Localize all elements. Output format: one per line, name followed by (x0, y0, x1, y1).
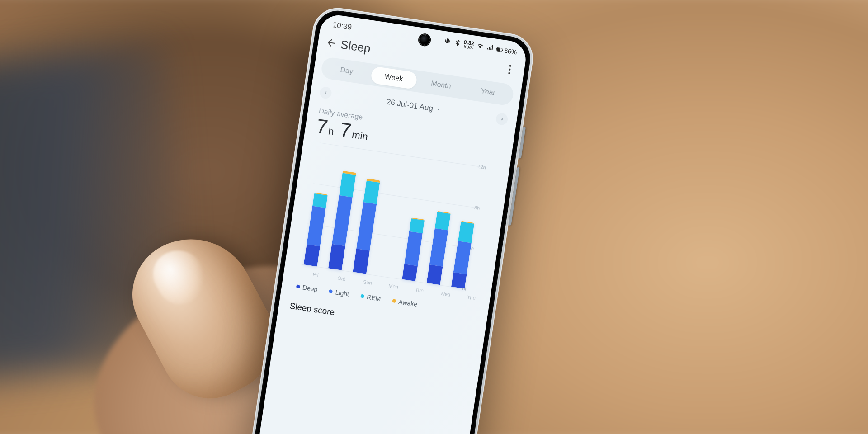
legend-label: REM (366, 293, 381, 302)
x-tick: Tue (415, 287, 424, 293)
svg-rect-4 (497, 48, 500, 51)
prev-range-button[interactable] (319, 86, 333, 99)
legend-dot (392, 299, 396, 303)
page-title: Sleep (340, 38, 371, 56)
bar-column[interactable] (424, 211, 453, 285)
legend-dot (360, 294, 364, 298)
legend-label: Deep (302, 283, 318, 293)
battery-icon: 66% (496, 45, 518, 56)
bar-segment-light (332, 195, 353, 246)
bar-column[interactable] (448, 220, 476, 289)
bar-segment-rem (339, 173, 356, 198)
x-tick: Sat (337, 275, 345, 282)
svg-rect-1 (445, 39, 446, 42)
x-tick: Wed (440, 291, 451, 297)
legend-label: Awake (398, 298, 418, 308)
bar-segment-rem (409, 218, 425, 234)
back-button[interactable] (324, 35, 340, 51)
more-menu-button[interactable] (503, 64, 517, 75)
tab-year[interactable]: Year (464, 80, 512, 104)
network-rate: 0.32 KB/S (463, 39, 475, 50)
bar-segment-rem (312, 193, 328, 208)
legend-dot (296, 284, 300, 288)
tab-day[interactable]: Day (323, 59, 371, 83)
bar-segment-deep (353, 249, 370, 274)
chevron-down-icon (435, 107, 442, 113)
legend-item-awake: Awake (392, 297, 418, 308)
bar-segment-deep (426, 264, 443, 285)
svg-rect-0 (446, 38, 449, 43)
svg-rect-5 (502, 49, 503, 51)
x-tick: Fri (312, 271, 319, 278)
bar-segment-light (429, 228, 448, 267)
bar-segment-deep (402, 264, 418, 281)
bar-segment-light (453, 241, 471, 274)
vibrate-icon (443, 37, 452, 47)
sleep-chart: 12h8h4h0h FriSatSunMonTueWedThu (292, 142, 500, 308)
bar-column[interactable] (400, 217, 427, 282)
bar-column[interactable] (302, 192, 330, 267)
svg-rect-2 (449, 40, 450, 42)
tab-month[interactable]: Month (417, 73, 465, 97)
tab-week[interactable]: Week (370, 66, 418, 90)
date-range-picker[interactable]: 26 Jul-01 Aug (386, 97, 442, 114)
bar-segment-rem (458, 222, 474, 243)
status-time: 10:39 (332, 20, 352, 32)
bar-segment-light (356, 202, 377, 251)
signal-icon (486, 43, 495, 53)
date-range-label: 26 Jul-01 Aug (386, 97, 434, 113)
bar-segment-deep (328, 244, 345, 270)
bar-segment-light (307, 206, 326, 246)
bar-segment-light (404, 231, 422, 266)
x-tick: Mon (388, 283, 399, 289)
wifi-icon (476, 42, 485, 51)
legend-dot (329, 289, 333, 293)
bar-segment-deep (451, 272, 467, 288)
x-tick: Thu (467, 294, 476, 301)
legend-label: Light (335, 288, 349, 297)
bar-segment-deep (304, 244, 320, 266)
legend-item-deep: Deep (296, 283, 318, 293)
bar-column[interactable] (375, 275, 393, 278)
legend-item-light: Light (329, 288, 349, 297)
next-range-button[interactable] (495, 113, 509, 126)
bluetooth-icon (453, 38, 462, 48)
bar-segment-rem (434, 212, 450, 230)
legend-item-rem: REM (360, 292, 381, 302)
x-tick: Sun (363, 279, 372, 286)
bar-segment-rem (363, 181, 380, 204)
